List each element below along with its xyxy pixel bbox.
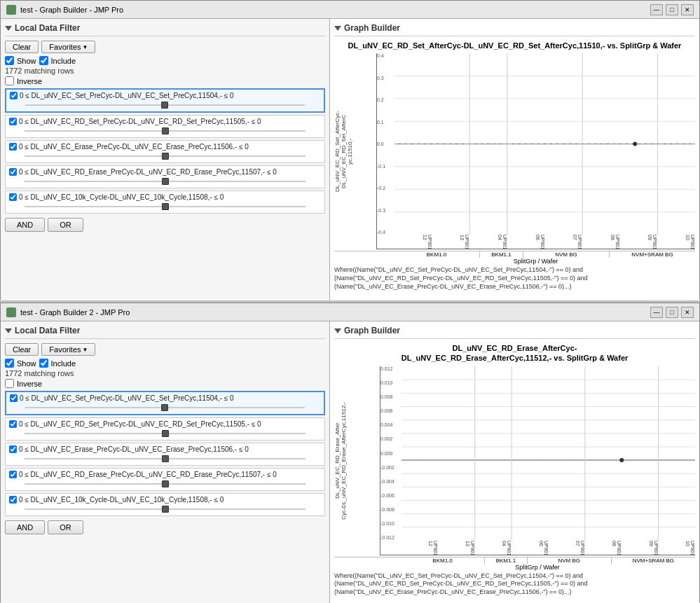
filter-item-1-0[interactable]: 0 ≤ DL_uNV_EC_Set_PreCyc-DL_uNV_EC_Set_P…: [5, 88, 325, 113]
y-axis-container-1: DL_uNV_EC_RD_Set_AfterCyc-DL_uNV_EC_RD_S…: [334, 53, 376, 249]
slider-1-1[interactable]: [25, 127, 306, 135]
app-icon-2: [6, 307, 16, 317]
x-labels-2: UP9019-12 UP9019-13 UP9019-04 UP9019-06 …: [402, 541, 695, 555]
inverse-row-1: Inverse: [5, 76, 325, 85]
collapse-icon-1[interactable]: [5, 26, 12, 31]
matching-rows-1: 1772 matching rows: [5, 67, 325, 75]
filter-item-1-1[interactable]: 0 ≤ DL_uNV_EC_RD_Set_PreCyc-DL_uNV_EC_RD…: [5, 115, 325, 138]
right-panel-header-2: Graph Builder: [334, 326, 695, 339]
left-panel-header-2: Local Data Filter: [5, 326, 325, 339]
filter-label-1-4: 0 ≤ DL_uNV_EC_10k_Cycle-DL_uNV_EC_10k_Cy…: [19, 193, 224, 201]
chart-svg-1: [394, 53, 695, 235]
or-button-1[interactable]: OR: [48, 218, 83, 232]
filter-item-2-0[interactable]: 0 ≤ DL_uNV_EC_Set_PreCyc-DL_uNV_EC_Set_P…: [5, 391, 325, 415]
filter-check-1-2[interactable]: [9, 143, 17, 151]
svg-point-30: [619, 458, 624, 462]
filter-item-1-4[interactable]: 0 ≤ DL_uNV_EC_10k_Cycle-DL_uNV_EC_10k_Cy…: [5, 190, 325, 214]
where-clause-1: Where((Name("DL_uNV_EC_Set_PreCyc-DL_uNV…: [334, 266, 695, 291]
window1: test - Graph Builder - JMP Pro — □ ✕ Loc…: [0, 0, 700, 300]
minimize-btn-2[interactable]: —: [650, 307, 663, 318]
window2-title: test - Graph Builder 2 - JMP Pro: [20, 308, 130, 317]
where-clause-2: Where((Name("DL_uNV_EC_Set_PreCyc-DL_uNV…: [334, 572, 695, 597]
splitgrp-label-2: SplitGrp / Wafer: [334, 564, 695, 571]
maximize-btn-2[interactable]: □: [666, 307, 678, 318]
right-panel-1: Graph Builder DL_uNV_EC_RD_Set_AfterCyc-…: [330, 19, 699, 300]
clear-button-2[interactable]: Clear: [5, 343, 39, 356]
filter-check-2-1[interactable]: [9, 420, 17, 428]
filter-check-1-1[interactable]: [9, 118, 17, 125]
chart-area-2: DL_uNV_EC_RD_Erase_AfterCyc-DL_uNV_EC_RD…: [334, 366, 695, 555]
include-label-2: Include: [51, 359, 76, 368]
close-btn-2[interactable]: ✕: [681, 307, 694, 318]
slider-2-3[interactable]: [25, 480, 306, 488]
close-btn-1[interactable]: ✕: [681, 4, 694, 15]
filter-label-1-1: 0 ≤ DL_uNV_EC_RD_Set_PreCyc-DL_uNV_EC_RD…: [19, 118, 261, 125]
favorites-button-1[interactable]: Favorites ▼: [41, 41, 95, 53]
inverse-checkbox-1[interactable]: [5, 76, 14, 85]
filter-item-2-2[interactable]: 0 ≤ DL_uNV_EC_Erase_PreCyc-DL_uNV_EC_Era…: [5, 443, 325, 466]
and-button-1[interactable]: AND: [5, 218, 45, 232]
right-panel-title-1: Graph Builder: [344, 23, 400, 33]
window1-title: test - Graph Builder - JMP Pro: [20, 6, 123, 14]
filter-check-2-0[interactable]: [10, 394, 18, 402]
filter-check-1-4[interactable]: [9, 193, 17, 201]
and-button-2[interactable]: AND: [5, 520, 45, 534]
favorites-label-1: Favorites: [49, 43, 81, 51]
left-panel-title-1: Local Data Filter: [15, 23, 80, 33]
x-group-row-1: BKM1.0 BKM1.1 NVM BG NVM+SRAM BG: [334, 251, 695, 258]
y-axis-label-2: DL_uNV_EC_RD_Erase_AfterCyc-DL_uNV_EC_RD…: [334, 402, 380, 520]
slider-1-0[interactable]: [25, 101, 305, 109]
chart-title-1: DL_uNV_EC_RD_Set_AfterCyc-DL_uNV_EC_RD_S…: [334, 41, 695, 50]
show-checkbox-2[interactable]: [5, 359, 14, 368]
slider-2-0[interactable]: [25, 403, 305, 412]
filter-label-1-0: 0 ≤ DL_uNV_EC_Set_PreCyc-DL_uNV_EC_Set_P…: [20, 92, 234, 99]
chart-title-2: DL_uNV_EC_RD_Erase_AfterCyc-DL_uNV_EC_RD…: [334, 343, 695, 363]
minimize-btn-1[interactable]: —: [650, 4, 663, 15]
y-axis-container-2: DL_uNV_EC_RD_Erase_AfterCyc-DL_uNV_EC_RD…: [334, 366, 380, 555]
inverse-checkbox-2[interactable]: [5, 379, 14, 388]
maximize-btn-1[interactable]: □: [666, 4, 678, 15]
toolbar-2: Clear Favorites ▼: [5, 343, 325, 356]
filter-item-1-3[interactable]: 0 ≤ DL_uNV_EC_RD_Erase_PreCyc-DL_uNV_EC_…: [5, 165, 325, 188]
collapse-icon-right-2[interactable]: [334, 328, 341, 333]
filter-label-2-3: 0 ≤ DL_uNV_EC_RD_Erase_PreCyc-DL_uNV_EC_…: [19, 471, 277, 478]
right-panel-2: Graph Builder DL_uNV_EC_RD_Erase_AfterCy…: [330, 321, 699, 603]
favorites-button-2[interactable]: Favorites ▼: [41, 343, 95, 356]
filter-item-1-2[interactable]: 0 ≤ DL_uNV_EC_Erase_PreCyc-DL_uNV_EC_Era…: [5, 140, 325, 163]
slider-1-4[interactable]: [25, 202, 306, 211]
filter-label-2-1: 0 ≤ DL_uNV_EC_RD_Set_PreCyc-DL_uNV_EC_RD…: [19, 420, 261, 428]
show-include-row-2: Show Include: [5, 359, 325, 368]
filter-check-2-2[interactable]: [9, 445, 17, 453]
filter-check-1-0[interactable]: [10, 92, 18, 99]
filter-check-2-4[interactable]: [9, 496, 17, 504]
slider-1-2[interactable]: [25, 152, 306, 160]
inverse-label-2: Inverse: [17, 380, 42, 388]
window2: test - Graph Builder 2 - JMP Pro — □ ✕ L…: [0, 303, 700, 602]
slider-2-4[interactable]: [25, 505, 306, 513]
slider-2-2[interactable]: [25, 455, 306, 463]
show-checkbox-1[interactable]: [5, 56, 14, 65]
include-checkbox-2[interactable]: [39, 359, 48, 368]
window2-controls: — □ ✕: [650, 307, 694, 318]
slider-2-1[interactable]: [25, 429, 306, 438]
inverse-row-2: Inverse: [5, 379, 325, 388]
favorites-arrow-1: ▼: [83, 44, 88, 50]
include-checkbox-1[interactable]: [39, 56, 48, 65]
title-bar-1: test - Graph Builder - JMP Pro — □ ✕: [1, 1, 699, 19]
bottom-buttons-2: AND OR: [5, 520, 325, 534]
x-labels-1: UP9019-12 UP9019-13 UP9019-04 UP9019-06 …: [394, 235, 695, 249]
filter-check-2-3[interactable]: [9, 471, 17, 478]
filter-item-2-4[interactable]: 0 ≤ DL_uNV_EC_10k_Cycle-DL_uNV_EC_10k_Cy…: [5, 493, 325, 516]
collapse-icon-2[interactable]: [5, 328, 12, 333]
filter-label-2-0: 0 ≤ DL_uNV_EC_Set_PreCyc-DL_uNV_EC_Set_P…: [20, 394, 234, 402]
filter-item-2-3[interactable]: 0 ≤ DL_uNV_EC_RD_Erase_PreCyc-DL_uNV_EC_…: [5, 468, 325, 491]
filter-item-2-1[interactable]: 0 ≤ DL_uNV_EC_RD_Set_PreCyc-DL_uNV_EC_RD…: [5, 417, 325, 441]
show-include-row-1: Show Include: [5, 56, 325, 65]
slider-1-3[interactable]: [25, 177, 306, 186]
clear-button-1[interactable]: Clear: [5, 41, 39, 53]
collapse-icon-right-1[interactable]: [334, 26, 341, 31]
or-button-2[interactable]: OR: [48, 520, 83, 534]
svg-point-12: [633, 142, 637, 146]
toolbar-1: Clear Favorites ▼: [5, 41, 325, 53]
filter-check-1-3[interactable]: [9, 168, 17, 176]
